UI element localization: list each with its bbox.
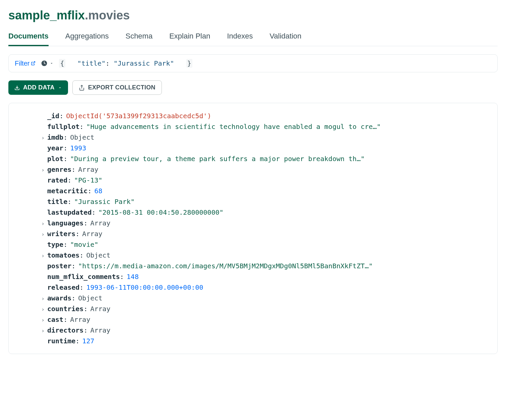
field-value[interactable]: Array [90, 218, 110, 228]
field-row-title: title: "Jurassic Park" [15, 196, 491, 207]
action-bar: ADD DATA EXPORT COLLECTION [8, 80, 498, 95]
field-value[interactable]: Object [78, 293, 102, 303]
field-key: _id [47, 111, 59, 121]
field-value[interactable]: "Jurassic Park" [74, 196, 135, 207]
filter-key: "title" [77, 59, 106, 67]
field-key: tomatoes [47, 250, 79, 261]
expand-toggle[interactable]: › [15, 305, 47, 314]
filter-value: "Jurassic Park" [114, 59, 174, 67]
field-row-tomatoes: › tomatoes: Object [15, 250, 491, 261]
field-value[interactable]: Object [70, 132, 94, 143]
filter-query-input[interactable]: { "title": "Jurassic Park" } [59, 59, 192, 67]
field-key: cast [47, 314, 63, 325]
field-row-directors: › directors: Array [15, 325, 491, 336]
field-row-languages: › languages: Array [15, 218, 491, 228]
field-row-plot: plot: "During a preview tour, a theme pa… [15, 153, 491, 164]
field-value[interactable]: "Huge advancements in scientific technol… [86, 121, 381, 132]
field-value[interactable]: 127 [82, 336, 94, 346]
filter-sep: : [106, 59, 114, 67]
add-data-label: ADD DATA [23, 84, 55, 91]
field-row-countries: › countries: Array [15, 303, 491, 314]
caret-down-icon [50, 61, 54, 65]
field-row-writers: › writers: Array [15, 228, 491, 239]
field-key: plot [47, 153, 63, 164]
collection-title: sample_mflix.movies [8, 8, 498, 22]
field-value[interactable]: "movie" [70, 239, 98, 250]
field-row-lastupdated: lastupdated: "2015-08-31 00:04:50.280000… [15, 207, 491, 218]
field-key: metacritic [47, 186, 87, 196]
field-key: title [47, 196, 67, 207]
tab-bar: Documents Aggregations Schema Explain Pl… [8, 32, 498, 46]
field-row-genres: › genres: Array [15, 164, 491, 175]
tab-aggregations[interactable]: Aggregations [65, 32, 109, 46]
field-value[interactable]: Array [90, 303, 110, 314]
field-key: countries [47, 303, 83, 314]
filter-label-button[interactable]: Filter [15, 60, 36, 67]
field-value[interactable]: Array [70, 314, 90, 325]
database-name: sample_mflix [8, 8, 85, 22]
filter-brace-close: } [186, 59, 192, 68]
tab-validation[interactable]: Validation [270, 32, 302, 46]
export-collection-button[interactable]: EXPORT COLLECTION [72, 80, 162, 95]
field-key: poster [47, 261, 71, 271]
field-value[interactable]: ObjectId('573a1399f29313caabcedc5d') [66, 111, 211, 121]
field-key: imdb [47, 132, 63, 143]
field-row-released: released: 1993-06-11T00:00:00.000+00:00 [15, 282, 491, 293]
field-value[interactable]: Array [82, 228, 102, 239]
filter-label-text: Filter [15, 60, 29, 67]
field-key: languages [47, 218, 83, 228]
expand-toggle[interactable]: › [15, 294, 47, 303]
field-value[interactable]: "PG-13" [74, 175, 102, 186]
expand-toggle[interactable]: › [15, 134, 47, 142]
export-collection-label: EXPORT COLLECTION [88, 84, 155, 91]
expand-toggle[interactable]: › [15, 219, 47, 228]
collection-name: .movies [85, 8, 130, 22]
svg-line-0 [33, 62, 35, 64]
field-row-num-comments: num_mflix_comments: 148 [15, 271, 491, 282]
field-row-metacritic: metacritic: 68 [15, 186, 491, 196]
filter-bar: Filter { "title": "Jurassic Park" } [8, 54, 498, 72]
field-key: runtime [47, 336, 75, 346]
field-value[interactable]: Object [86, 250, 110, 261]
tab-schema[interactable]: Schema [125, 32, 152, 46]
field-key: directors [47, 325, 83, 336]
field-value[interactable]: Array [90, 325, 110, 336]
field-value[interactable]: 1993-06-11T00:00:00.000+00:00 [86, 282, 203, 293]
tab-documents[interactable]: Documents [8, 32, 49, 46]
tab-indexes[interactable]: Indexes [227, 32, 253, 46]
document-card: _id: ObjectId('573a1399f29313caabcedc5d'… [8, 103, 498, 354]
field-key: awards [47, 293, 71, 303]
field-row-imdb: › imdb: Object [15, 132, 491, 143]
download-icon [14, 85, 20, 90]
field-value[interactable]: Array [78, 164, 98, 175]
field-key: writers [47, 228, 75, 239]
field-row-year: year: 1993 [15, 143, 491, 153]
caret-down-icon [58, 86, 62, 90]
expand-toggle[interactable]: › [15, 166, 47, 174]
field-value[interactable]: 1993 [70, 143, 86, 153]
field-row-type: type: "movie" [15, 239, 491, 250]
field-key: year [47, 143, 63, 153]
field-row-poster: poster: "https://m.media-amazon.com/imag… [15, 261, 491, 271]
filter-brace-open: { [59, 59, 65, 68]
field-key: released [47, 282, 79, 293]
field-value[interactable]: "During a preview tour, a theme park suf… [70, 153, 365, 164]
field-value[interactable]: "2015-08-31 00:04:50.280000000" [99, 207, 224, 218]
field-row-fullplot: fullplot: "Huge advancements in scientif… [15, 121, 491, 132]
field-key: num_mflix_comments [47, 271, 120, 282]
add-data-button[interactable]: ADD DATA [8, 80, 68, 95]
expand-toggle[interactable]: › [15, 327, 47, 335]
expand-toggle[interactable]: › [15, 316, 47, 325]
field-value[interactable]: "https://m.media-amazon.com/images/M/MV5… [78, 261, 373, 271]
field-value[interactable]: 68 [94, 186, 102, 196]
field-key: fullplot [47, 121, 79, 132]
filter-history-button[interactable] [41, 60, 54, 67]
expand-toggle[interactable]: › [15, 230, 47, 239]
field-key: genres [47, 164, 71, 175]
field-value[interactable]: 148 [127, 271, 139, 282]
export-icon [79, 85, 85, 91]
field-key: lastupdated [47, 207, 91, 218]
tab-explain-plan[interactable]: Explain Plan [169, 32, 210, 46]
field-row-rated: rated: "PG-13" [15, 175, 491, 186]
expand-toggle[interactable]: › [15, 252, 47, 260]
